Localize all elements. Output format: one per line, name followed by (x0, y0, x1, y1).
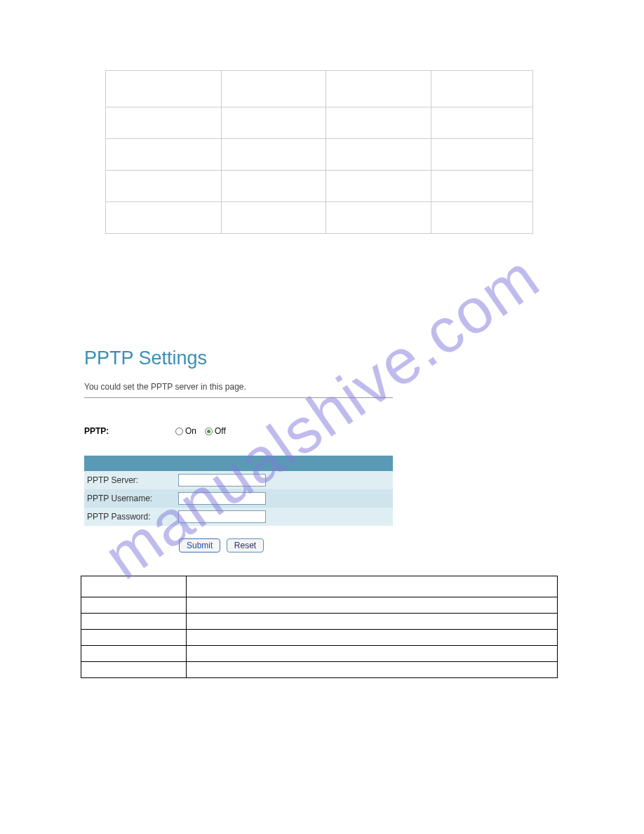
divider (84, 397, 393, 398)
pptp-username-input[interactable] (178, 492, 266, 505)
reset-button[interactable]: Reset (227, 538, 264, 552)
page-description: You could set the PPTP server in this pa… (84, 382, 435, 392)
pptp-server-input[interactable] (178, 474, 266, 486)
pptp-form-table: PPTP Server: PPTP Username: PPTP Passwor… (84, 456, 393, 526)
radio-icon (175, 428, 183, 435)
radio-off-label: Off (215, 426, 226, 436)
pptp-label: PPTP: (84, 426, 175, 436)
username-label: PPTP Username: (84, 489, 175, 508)
pptp-password-input[interactable] (178, 510, 266, 523)
password-label: PPTP Password: (84, 508, 175, 526)
bottom-empty-table (81, 576, 558, 678)
radio-icon (205, 428, 213, 435)
top-empty-table (105, 70, 533, 234)
button-row: Submit Reset (179, 538, 435, 552)
pptp-toggle-row: PPTP: On Off (84, 426, 435, 436)
page-title: PPTP Settings (84, 348, 435, 369)
pptp-radio-off[interactable]: Off (205, 426, 226, 436)
radio-on-label: On (185, 426, 196, 436)
pptp-radio-on[interactable]: On (175, 426, 196, 436)
pptp-settings-panel: PPTP Settings You could set the PPTP ser… (84, 348, 435, 552)
server-label: PPTP Server: (84, 471, 175, 489)
submit-button[interactable]: Submit (179, 538, 220, 552)
